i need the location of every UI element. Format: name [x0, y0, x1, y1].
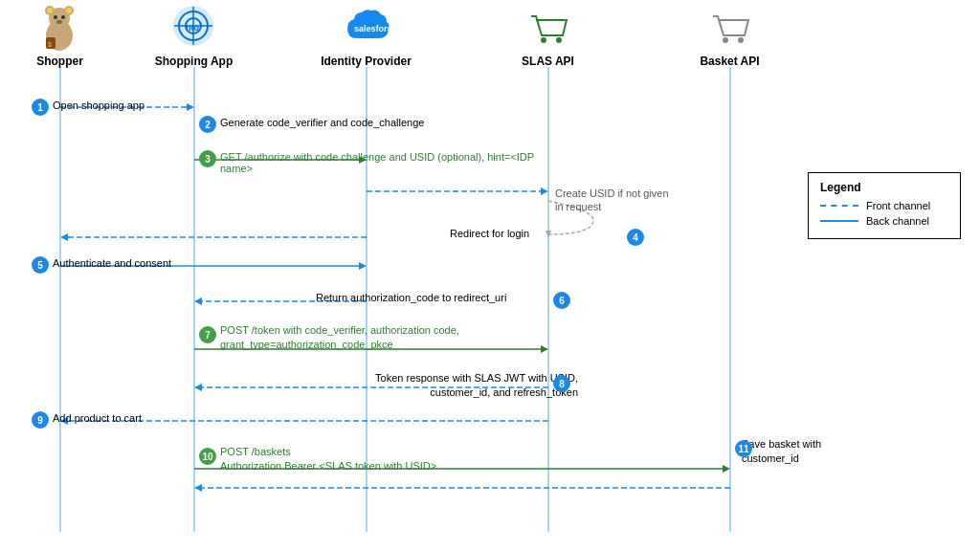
svg-marker-10: [541, 187, 548, 195]
svg-point-34: [54, 15, 57, 19]
svg-point-32: [47, 8, 53, 13]
svg-point-48: [723, 37, 728, 43]
svg-point-36: [56, 20, 62, 24]
step-8-label: Token response with SLAS JWT with USID,c…: [354, 371, 578, 401]
step-2-circle: 2: [199, 116, 216, 133]
legend-front-label: Front channel: [866, 200, 930, 211]
diagram-container: $ Shopper nto Shopping App salesforce Id…: [0, 0, 980, 551]
svg-point-47: [556, 37, 562, 43]
step-6-circle: 6: [553, 292, 570, 309]
legend-title: Legend: [820, 181, 948, 194]
svg-marker-25: [723, 465, 730, 473]
step-5-label: Authenticate and consent: [53, 257, 171, 269]
svg-text:$: $: [48, 41, 52, 48]
legend: Legend Front channel Back channel: [808, 172, 961, 239]
step-3-circle: 3: [199, 150, 216, 167]
step-1-circle: 1: [32, 99, 49, 116]
shopping-app-label: Shopping App: [148, 55, 239, 68]
svg-marker-13: [60, 233, 68, 241]
svg-marker-19: [541, 345, 548, 353]
shopper-label: Shopper: [19, 55, 100, 68]
legend-back-channel: Back channel: [820, 215, 948, 227]
create-usid-note: Create USID if not given in request: [555, 187, 670, 214]
svg-marker-17: [194, 298, 202, 305]
svg-point-46: [541, 37, 546, 43]
step-4-label: Redirect for login: [450, 228, 529, 239]
step-1-label: Open shopping app: [53, 99, 145, 111]
slas-api-actor: SLAS API: [507, 5, 589, 68]
svg-point-49: [738, 37, 744, 43]
basket-api-label: Basket API: [689, 55, 770, 68]
slas-api-label: SLAS API: [507, 55, 589, 68]
step-11-circle: 11: [735, 440, 752, 457]
identity-provider-label: Identity Provider: [316, 55, 416, 68]
legend-solid-line: [820, 220, 858, 222]
legend-back-label: Back channel: [866, 215, 929, 227]
svg-point-35: [61, 15, 65, 19]
step-2-label: Generate code_verifier and code_challeng…: [220, 117, 424, 128]
step-10-circle: 10: [199, 448, 216, 465]
svg-text:salesforce: salesforce: [354, 24, 390, 33]
step-9-label: Add product to cart: [53, 412, 142, 424]
svg-marker-15: [359, 262, 367, 270]
basket-api-actor: Basket API: [689, 5, 770, 68]
step-3-label: GET /authorize with code challenge and U…: [220, 151, 546, 174]
step-8-circle: 8: [553, 375, 570, 392]
legend-front-channel: Front channel: [820, 200, 948, 211]
svg-point-33: [66, 8, 72, 13]
svg-marker-6: [187, 103, 194, 111]
svg-marker-11: [546, 231, 551, 238]
svg-marker-21: [194, 384, 202, 391]
identity-provider-actor: salesforce Identity Provider: [316, 5, 416, 68]
arrows-svg: [0, 0, 980, 551]
svg-marker-27: [194, 484, 202, 492]
step-7-circle: 7: [199, 326, 216, 343]
shopping-app-actor: nto Shopping App: [148, 5, 239, 68]
step-7-label: POST /token with code_verifier, authoriz…: [220, 323, 459, 353]
shopper-actor: $ Shopper: [19, 5, 100, 68]
step-11-label: Save basket withcustomer_id: [742, 437, 821, 467]
step-6-label: Return authorization_code to redirect_ur…: [316, 292, 506, 303]
step-10-label: POST /basketsAuthorization Bearer <SLAS …: [220, 445, 436, 474]
step-4-circle: 4: [627, 229, 644, 246]
step-9-circle: 9: [32, 411, 49, 429]
step-5-circle: 5: [32, 256, 49, 274]
legend-dash-line: [820, 205, 858, 207]
svg-text:nto: nto: [186, 23, 199, 33]
